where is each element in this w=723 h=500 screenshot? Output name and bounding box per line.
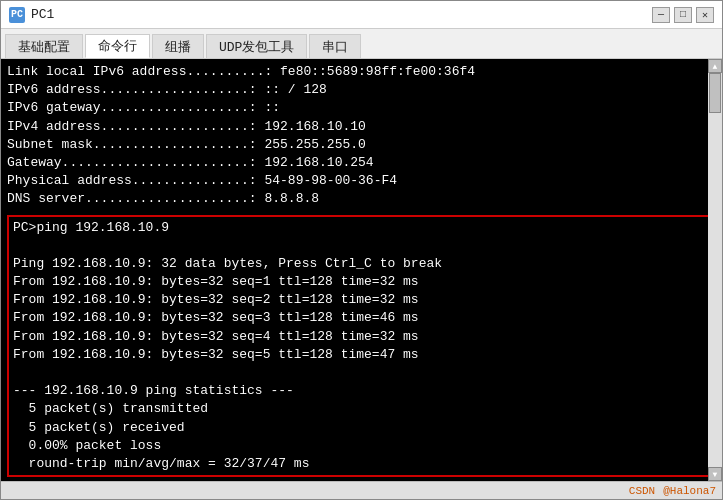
maximize-button[interactable]: □ (674, 7, 692, 23)
main-window: PC PC1 — □ ✕ 基础配置 命令行 组播 UDP发包工具 串口 Link… (0, 0, 723, 500)
ping-stat3: 0.00% packet loss (9, 437, 714, 455)
ping-blank1 (9, 237, 714, 255)
ping-reply-4: From 192.168.10.9: bytes=32 seq=4 ttl=12… (9, 328, 714, 346)
line-gateway: Gateway........................: 192.168… (7, 154, 716, 172)
tab-bar: 基础配置 命令行 组播 UDP发包工具 串口 (1, 29, 722, 59)
window-icon: PC (9, 7, 25, 23)
ping-block: PC>ping 192.168.10.9 Ping 192.168.10.9: … (7, 215, 716, 478)
line-physical: Physical address...............: 54-89-9… (7, 172, 716, 190)
tab-serial[interactable]: 串口 (309, 34, 361, 58)
terminal-content: Link local IPv6 address..........: fe80:… (1, 59, 722, 481)
window-title: PC1 (31, 7, 54, 22)
scrollbar-thumb[interactable] (709, 73, 721, 113)
line-link-local: Link local IPv6 address..........: fe80:… (7, 63, 716, 81)
ping-stat1: 5 packet(s) transmitted (9, 400, 714, 418)
tab-multicast[interactable]: 组播 (152, 34, 204, 58)
info-author: @Halona7 (663, 485, 716, 497)
tab-udp-tool[interactable]: UDP发包工具 (206, 34, 307, 58)
tab-command-line[interactable]: 命令行 (85, 34, 150, 58)
minimize-button[interactable]: — (652, 7, 670, 23)
ping-blank2 (9, 364, 714, 382)
line-ipv6-addr: IPv6 address...................: :: / 12… (7, 81, 716, 99)
terminal-scrollbar[interactable]: ▲ ▼ (708, 59, 722, 481)
ping-stats-header: --- 192.168.10.9 ping statistics --- (9, 382, 714, 400)
title-bar: PC PC1 — □ ✕ (1, 1, 722, 29)
info-bar: CSDN @Halona7 (1, 481, 722, 499)
line-subnet: Subnet mask....................: 255.255… (7, 136, 716, 154)
ping-reply-2: From 192.168.10.9: bytes=32 seq=2 ttl=12… (9, 291, 714, 309)
ping-reply-3: From 192.168.10.9: bytes=32 seq=3 ttl=12… (9, 309, 714, 327)
title-bar-left: PC PC1 (9, 7, 54, 23)
ping-reply-1: From 192.168.10.9: bytes=32 seq=1 ttl=12… (9, 273, 714, 291)
scroll-down-button[interactable]: ▼ (708, 467, 722, 481)
ping-stat2: 5 packet(s) received (9, 419, 714, 437)
info-csdn: CSDN (629, 485, 655, 497)
line-ipv6-gw: IPv6 gateway...................: :: (7, 99, 716, 117)
tab-basic-config[interactable]: 基础配置 (5, 34, 83, 58)
title-bar-controls: — □ ✕ (652, 7, 714, 23)
scroll-up-button[interactable]: ▲ (708, 59, 722, 73)
ping-header: Ping 192.168.10.9: 32 data bytes, Press … (9, 255, 714, 273)
line-ipv4-addr: IPv4 address...................: 192.168… (7, 118, 716, 136)
line-dns: DNS server.....................: 8.8.8.8 (7, 190, 716, 208)
scrollbar-track (708, 73, 722, 467)
ping-reply-5: From 192.168.10.9: bytes=32 seq=5 ttl=12… (9, 346, 714, 364)
ping-stat4: round-trip min/avg/max = 32/37/47 ms (9, 455, 714, 473)
ping-command: PC>ping 192.168.10.9 (9, 219, 714, 237)
terminal[interactable]: Link local IPv6 address..........: fe80:… (1, 59, 722, 481)
close-button[interactable]: ✕ (696, 7, 714, 23)
